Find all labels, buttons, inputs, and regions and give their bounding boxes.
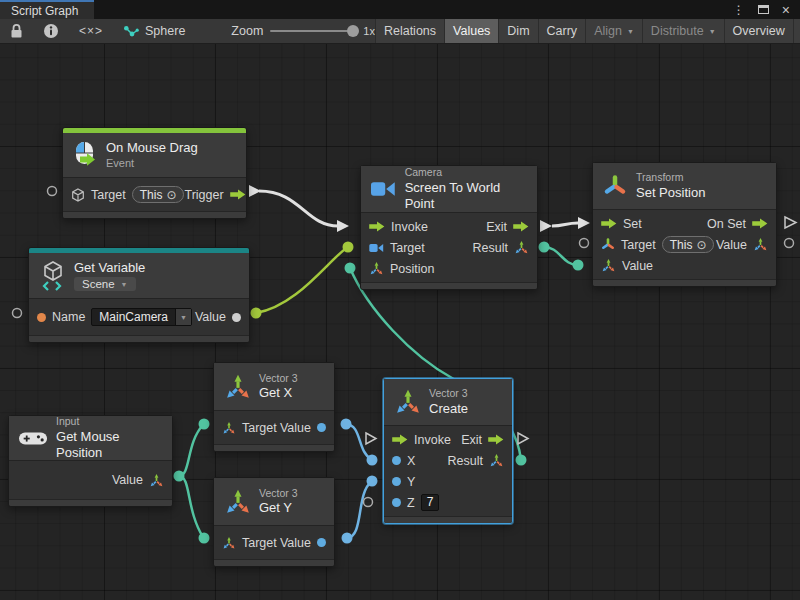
maximize-icon[interactable] (758, 5, 769, 14)
port-exit[interactable]: Exit (461, 433, 504, 447)
unconnected-port-circle[interactable] (13, 309, 22, 318)
object-port-dot[interactable] (232, 313, 241, 322)
float-port-dot[interactable] (317, 423, 326, 432)
float-port-dot[interactable] (392, 477, 401, 486)
port-value[interactable]: Value (195, 310, 241, 324)
port-camera-target[interactable]: Target (369, 241, 425, 255)
port-on-set[interactable]: On Set (707, 217, 768, 231)
unconnected-port-circle[interactable] (48, 187, 57, 196)
port-name[interactable]: Name MainCamera ▼ (37, 308, 192, 326)
code-view-icon[interactable]: <×> (69, 19, 113, 43)
this-object-field[interactable]: This ⊙ (132, 186, 185, 203)
values-button[interactable]: Values (444, 19, 498, 43)
port-result[interactable]: Result (473, 240, 529, 255)
port-value-out[interactable]: Value (716, 237, 768, 252)
node-vector3-create[interactable]: Vector 3 Create Invoke Exit (383, 378, 513, 524)
wire-end-dot[interactable] (342, 533, 353, 544)
node-get-variable[interactable]: Get Variable Scene ▼ Name MainCamera ▼ (28, 247, 250, 343)
port-target[interactable]: Target (222, 421, 277, 435)
wire-end-dot[interactable] (367, 476, 378, 487)
node-screen-to-world-point[interactable]: Camera Screen To World Point Invoke Exit (360, 165, 538, 290)
wire-end-dot[interactable] (367, 455, 378, 466)
vector3-icon (224, 373, 252, 401)
node-get-y[interactable]: Vector 3 Get Y Target Value (213, 477, 335, 567)
dim-button[interactable]: Dim (498, 19, 537, 43)
unconnected-flow-triangle[interactable] (366, 433, 376, 444)
unconnected-port-circle[interactable] (580, 239, 589, 248)
z-value-field[interactable]: 7 (421, 494, 440, 511)
relations-button[interactable]: Relations (375, 19, 444, 43)
port-invoke[interactable]: Invoke (392, 433, 451, 447)
port-value-in[interactable]: Value (601, 258, 653, 273)
port-result[interactable]: Result (448, 453, 504, 468)
close-icon[interactable]: × (782, 3, 790, 17)
float-port-dot[interactable] (392, 456, 401, 465)
distribute-button[interactable]: Distribute▼ (642, 19, 724, 43)
wire-end-dot[interactable] (199, 533, 210, 544)
unconnected-flow-triangle[interactable] (785, 217, 796, 228)
wire-end-dot[interactable] (341, 419, 352, 430)
wire-end-dot[interactable] (516, 455, 527, 466)
node-get-x[interactable]: Vector 3 Get X Target Value (213, 362, 335, 452)
object-picker-icon[interactable]: ⊙ (696, 239, 706, 251)
unconnected-port-circle[interactable] (785, 239, 794, 248)
zoom-slider[interactable] (270, 30, 356, 32)
port-x[interactable]: X (392, 454, 415, 468)
gamepad-icon (19, 430, 47, 447)
node-title: Get Y (259, 500, 298, 516)
node-set-position[interactable]: Transform Set Position Set On Set (592, 162, 777, 287)
variable-scope-dropdown[interactable]: Scene ▼ (74, 277, 136, 291)
overview-button[interactable]: Overview (724, 19, 793, 43)
port-set[interactable]: Set (601, 217, 642, 231)
float-port-dot[interactable] (392, 498, 401, 507)
port-value[interactable]: Value (280, 421, 326, 435)
variable-name-field[interactable]: MainCamera ▼ (91, 308, 192, 326)
graph-breadcrumb[interactable]: Sphere (113, 24, 195, 38)
node-footer (593, 279, 776, 286)
port-target[interactable]: Target This ⊙ (71, 186, 184, 203)
port-y[interactable]: Y (392, 475, 415, 489)
zoom-slider-handle[interactable] (347, 25, 359, 37)
port-target[interactable]: Target (222, 536, 277, 550)
unconnected-port-circle[interactable] (364, 498, 373, 507)
this-object-field[interactable]: This ⊙ (662, 236, 715, 253)
node-get-mouse-position[interactable]: Input Get Mouse Position Value (8, 415, 173, 507)
wire-end-dot[interactable] (199, 419, 210, 430)
graph-canvas[interactable]: On Mouse Drag Event Target This ⊙ (0, 44, 800, 600)
wire-end-dot[interactable] (174, 471, 185, 482)
wire-end-dot[interactable] (251, 308, 262, 319)
port-value[interactable]: Value (112, 473, 164, 488)
port-z[interactable]: Z 7 (392, 494, 439, 511)
node-on-mouse-drag[interactable]: On Mouse Drag Event Target This ⊙ (62, 127, 247, 219)
port-position[interactable]: Position (369, 261, 434, 276)
wire-end-dot[interactable] (539, 242, 550, 253)
node-category: Vector 3 (259, 372, 298, 385)
port-transform-target[interactable]: Target This ⊙ (601, 236, 714, 253)
flow-arrow[interactable] (578, 217, 590, 229)
kebab-menu-icon[interactable]: ⋮ (733, 4, 745, 16)
wire-mouseposition-to-getx (179, 425, 203, 476)
fullscreen-button[interactable]: Full Screen (793, 19, 800, 43)
align-button[interactable]: Align▼ (585, 19, 642, 43)
port-invoke[interactable]: Invoke (369, 220, 428, 234)
wire-end-dot[interactable] (573, 260, 584, 271)
lock-icon[interactable] (0, 19, 33, 43)
tab-script-graph[interactable]: Script Graph (0, 0, 94, 19)
wire-end-dot[interactable] (343, 242, 354, 253)
object-picker-icon[interactable]: ⊙ (166, 189, 176, 201)
vector3-icon (394, 388, 422, 416)
port-trigger[interactable]: Trigger (184, 188, 245, 202)
flow-arrow[interactable] (540, 220, 552, 232)
string-port-dot[interactable] (37, 313, 46, 322)
port-exit[interactable]: Exit (486, 220, 529, 234)
carry-button[interactable]: Carry (538, 19, 586, 43)
node-footer (9, 499, 172, 506)
wire-end-dot[interactable] (345, 263, 356, 274)
port-value[interactable]: Value (280, 536, 326, 550)
flow-arrow[interactable] (337, 220, 349, 232)
unconnected-flow-triangle[interactable] (518, 433, 528, 444)
info-icon[interactable] (33, 19, 69, 43)
transform-icon (603, 175, 627, 197)
float-port-dot[interactable] (317, 538, 326, 547)
flow-arrow[interactable] (249, 185, 261, 197)
